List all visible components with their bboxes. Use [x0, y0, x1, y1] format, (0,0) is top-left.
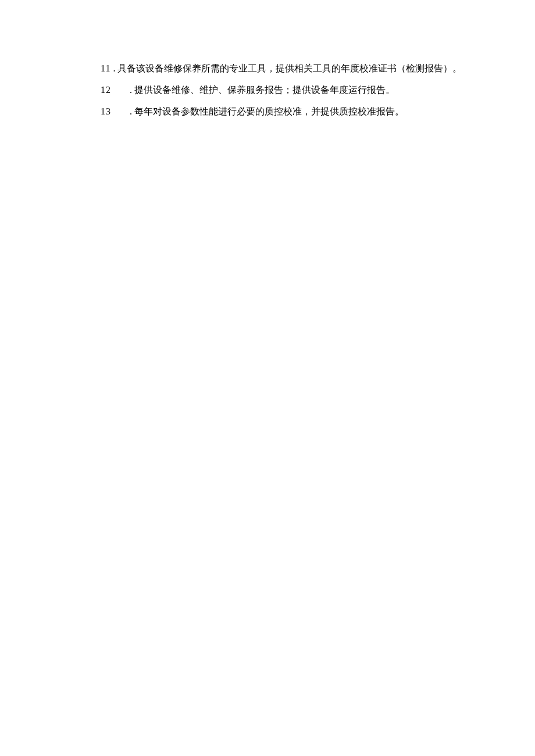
paragraph-text: 每年对设备参数性能进行必要的质控校准，并提供质控校准报告。 [134, 106, 404, 116]
paragraph-suffix: . [127, 85, 134, 95]
paragraph-13: 13 . 每年对设备参数性能进行必要的质控校准，并提供质控校准报告。 [73, 101, 474, 121]
paragraph-12: 12 . 提供设备维修、维护、保养服务报告；提供设备年度运行报告。 [73, 80, 474, 100]
paragraph-separator: . [110, 63, 117, 73]
paragraph-text: 具备该设备维修保养所需的专业工具，提供相关工具的年度校准证书（检测报告）。 [117, 63, 462, 73]
paragraph-text: 提供设备维修、维护、保养服务报告；提供设备年度运行报告。 [134, 85, 395, 95]
paragraph-number: 11 [101, 63, 110, 73]
paragraph-suffix: . [127, 106, 134, 116]
paragraph-number: 12 [101, 85, 111, 95]
paragraph-11: 11 . 具备该设备维修保养所需的专业工具，提供相关工具的年度校准证书（检测报告… [73, 58, 474, 78]
paragraph-number: 13 [101, 106, 111, 116]
